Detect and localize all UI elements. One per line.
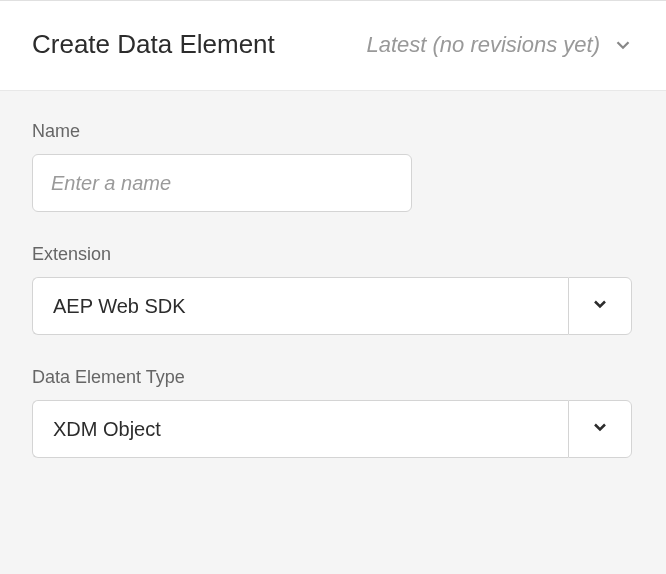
data-element-type-value[interactable]: XDM Object: [32, 400, 568, 458]
form-area: Name Extension AEP Web SDK Data Element …: [0, 91, 666, 520]
data-element-type-dropdown-button[interactable]: [568, 400, 632, 458]
name-group: Name: [32, 121, 634, 212]
extension-group: Extension AEP Web SDK: [32, 244, 634, 335]
revision-selector[interactable]: Latest (no revisions yet): [366, 32, 634, 58]
page-header: Create Data Element Latest (no revisions…: [0, 0, 666, 91]
chevron-down-icon: [612, 34, 634, 56]
revision-text: Latest (no revisions yet): [366, 32, 600, 58]
extension-value[interactable]: AEP Web SDK: [32, 277, 568, 335]
data-element-type-label: Data Element Type: [32, 367, 634, 388]
data-element-type-group: Data Element Type XDM Object: [32, 367, 634, 458]
page-title: Create Data Element: [32, 29, 275, 60]
extension-select[interactable]: AEP Web SDK: [32, 277, 632, 335]
name-input[interactable]: [32, 154, 412, 212]
extension-dropdown-button[interactable]: [568, 277, 632, 335]
data-element-type-select[interactable]: XDM Object: [32, 400, 632, 458]
extension-label: Extension: [32, 244, 634, 265]
chevron-down-icon: [590, 294, 610, 318]
chevron-down-icon: [590, 417, 610, 441]
name-label: Name: [32, 121, 634, 142]
